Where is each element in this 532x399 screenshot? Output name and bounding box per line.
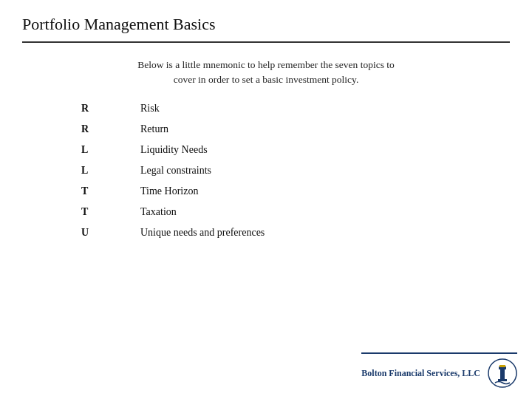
mnemonic-row: TTaxation — [81, 206, 495, 218]
lighthouse-icon — [488, 358, 517, 388]
intro-text: Below is a little mnemonic to help remem… — [37, 58, 495, 88]
slide-title: Portfolio Management Basics — [22, 15, 510, 34]
mnemonic-description: Time Horizon — [140, 185, 198, 197]
mnemonic-description: Legal constraints — [140, 165, 211, 177]
mnemonic-description: Return — [140, 123, 168, 135]
mnemonic-description: Unique needs and preferences — [140, 227, 265, 239]
mnemonic-letter: L — [81, 165, 140, 177]
mnemonic-description: Taxation — [140, 206, 177, 218]
intro-line2: cover in order to set a basic investment… — [174, 74, 359, 85]
mnemonic-description: Risk — [140, 103, 160, 115]
mnemonic-row: TTime Horizon — [81, 185, 495, 197]
company-name: Bolton Financial Services, LLC — [361, 368, 480, 379]
svg-rect-1 — [500, 369, 505, 379]
mnemonic-row: UUnique needs and preferences — [81, 227, 495, 239]
svg-rect-3 — [499, 365, 505, 367]
mnemonic-row: LLegal constraints — [81, 165, 495, 177]
mnemonic-letter: R — [81, 103, 140, 115]
mnemonic-letter: L — [81, 144, 140, 156]
mnemonic-row: LLiquidity Needs — [81, 144, 495, 156]
svg-rect-4 — [498, 379, 507, 381]
mnemonic-row: RRisk — [81, 103, 495, 115]
slide-container: Portfolio Management Basics Below is a l… — [0, 0, 532, 399]
intro-line1: Below is a little mnemonic to help remem… — [137, 59, 395, 70]
mnemonic-letter: T — [81, 206, 140, 218]
mnemonic-table: RRiskRReturnLLiquidity NeedsLLegal const… — [81, 103, 495, 239]
mnemonic-description: Liquidity Needs — [140, 144, 208, 156]
slide-footer: Bolton Financial Services, LLC — [361, 352, 517, 388]
slide-content: Below is a little mnemonic to help remem… — [22, 58, 510, 239]
mnemonic-row: RReturn — [81, 123, 495, 135]
mnemonic-letter: R — [81, 123, 140, 135]
mnemonic-letter: T — [81, 185, 140, 197]
mnemonic-letter: U — [81, 227, 140, 239]
slide-header: Portfolio Management Basics — [22, 15, 510, 43]
